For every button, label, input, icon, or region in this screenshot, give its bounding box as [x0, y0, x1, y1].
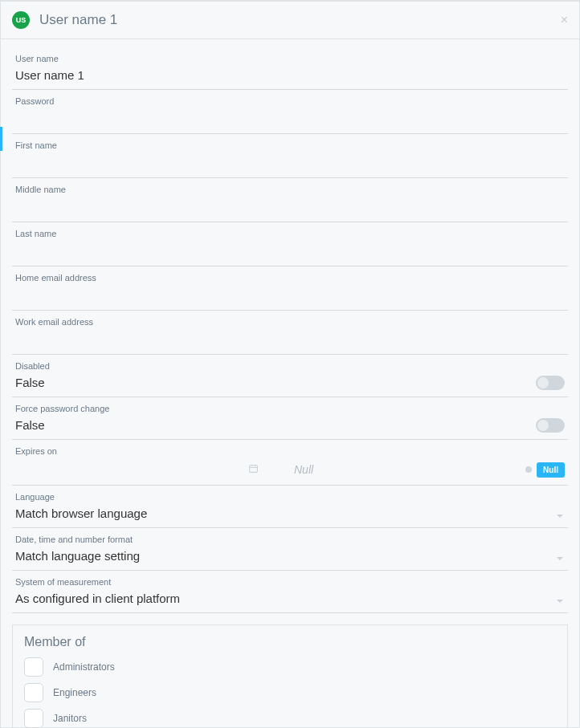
svg-rect-0: [250, 466, 258, 473]
middle-name-field[interactable]: Middle name: [12, 178, 568, 222]
language-value: Match browser language: [15, 505, 565, 523]
username-label: User name: [15, 54, 565, 63]
password-field[interactable]: Password: [12, 90, 568, 134]
panel-header: US User name 1 ×: [1, 2, 579, 39]
disabled-value: False: [15, 374, 565, 392]
password-value[interactable]: [15, 109, 565, 128]
measurement-value: As configured in client platform: [15, 590, 565, 608]
home-email-field[interactable]: Home email address: [12, 266, 568, 311]
disabled-label: Disabled: [15, 361, 565, 371]
last-name-value[interactable]: [15, 242, 565, 261]
middle-name-value[interactable]: [15, 197, 565, 217]
group-label: Janitors: [53, 713, 87, 724]
disabled-field: Disabled False: [12, 355, 568, 397]
first-name-label: First name: [15, 140, 565, 150]
dtformat-label: Date, time and number format: [15, 535, 565, 544]
chevron-down-icon: [557, 514, 563, 518]
work-email-value[interactable]: [15, 330, 565, 349]
last-name-label: Last name: [15, 229, 565, 238]
null-indicator-dot: [525, 466, 532, 473]
force-password-toggle[interactable]: [536, 418, 565, 433]
username-field[interactable]: User name User name 1: [12, 47, 568, 90]
expires-value[interactable]: Null: [294, 463, 525, 476]
checkbox-engineers[interactable]: [24, 683, 43, 702]
home-email-label: Home email address: [15, 273, 565, 283]
work-email-field[interactable]: Work email address: [12, 311, 568, 355]
home-email-value[interactable]: [15, 286, 565, 305]
member-of-group: Member of Administrators Engineers Janit…: [12, 624, 568, 728]
group-item: Janitors: [24, 709, 556, 728]
member-of-title: Member of: [24, 635, 556, 649]
group-item: Administrators: [24, 657, 556, 677]
null-pill-button[interactable]: Null: [537, 462, 565, 478]
force-password-label: Force password change: [15, 404, 565, 413]
expires-field: Expires on Null Null: [12, 440, 568, 486]
checkbox-janitors[interactable]: [24, 709, 43, 728]
first-name-field[interactable]: First name: [12, 134, 568, 178]
calendar-icon[interactable]: [248, 463, 259, 476]
password-label: Password: [15, 96, 565, 106]
active-field-marker: [0, 127, 2, 151]
language-label: Language: [15, 492, 565, 502]
close-icon[interactable]: ×: [561, 13, 568, 27]
user-edit-panel: US User name 1 × User name User name 1 P…: [0, 0, 580, 728]
middle-name-label: Middle name: [15, 185, 565, 194]
expires-label: Expires on: [15, 446, 565, 456]
username-value[interactable]: User name 1: [15, 67, 565, 84]
language-field[interactable]: Language Match browser language: [12, 486, 568, 528]
chevron-down-icon: [557, 557, 563, 560]
force-password-field: Force password change False: [12, 397, 568, 440]
disabled-toggle[interactable]: [536, 376, 565, 390]
dtformat-field[interactable]: Date, time and number format Match langu…: [12, 528, 568, 571]
group-label: Administrators: [53, 661, 115, 673]
dtformat-value: Match language setting: [15, 547, 565, 565]
first-name-value[interactable]: [15, 153, 565, 173]
page-title: User name 1: [39, 12, 117, 28]
panel-body: User name User name 1 Password First nam…: [1, 39, 579, 728]
group-item: Engineers: [24, 683, 556, 702]
group-label: Engineers: [53, 687, 96, 698]
measurement-field[interactable]: System of measurement As configured in c…: [12, 571, 568, 613]
chevron-down-icon: [557, 600, 563, 603]
measurement-label: System of measurement: [15, 577, 565, 587]
force-password-value: False: [15, 417, 565, 434]
last-name-field[interactable]: Last name: [12, 222, 568, 266]
avatar: US: [12, 11, 30, 29]
checkbox-administrators[interactable]: [24, 657, 43, 677]
work-email-label: Work email address: [15, 317, 565, 327]
